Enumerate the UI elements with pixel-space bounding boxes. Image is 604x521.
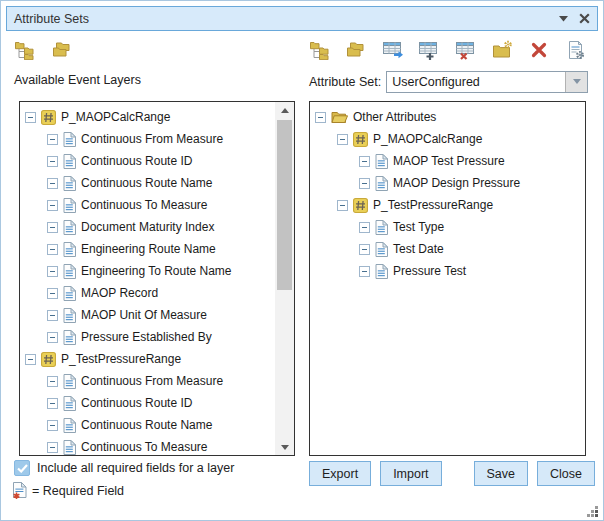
resize-grip[interactable] (587, 504, 599, 516)
tree-item[interactable]: Continuous Route ID (20, 392, 274, 414)
field-icon (375, 264, 388, 279)
tree-item[interactable]: Test Type (310, 216, 585, 238)
tree-item-label: Engineering To Route Name (81, 264, 232, 278)
collapse-toggle-icon[interactable] (47, 420, 58, 431)
left-panel-scrollbar[interactable] (275, 102, 294, 455)
tree-item[interactable]: Continuous From Measure (20, 128, 274, 150)
delete-attribute-set-button[interactable] (454, 38, 478, 62)
tree-item[interactable]: Other Attributes (310, 106, 585, 128)
close-button[interactable]: Close (537, 461, 595, 486)
scroll-down-icon[interactable] (275, 439, 294, 455)
field-icon (375, 154, 388, 169)
collapse-toggle-icon[interactable] (47, 156, 58, 167)
tree-item-label: Continuous Route Name (81, 176, 212, 190)
field-icon (63, 286, 76, 301)
collapse-toggle-icon[interactable] (359, 222, 370, 233)
tree-item[interactable]: P_MAOPCalcRange (20, 106, 274, 128)
tree-item[interactable]: Document Maturity Index (20, 216, 274, 238)
tree-item-label: Continuous To Measure (81, 198, 208, 212)
field-icon (63, 198, 76, 213)
collapse-toggle-icon[interactable] (47, 332, 58, 343)
field-icon (63, 242, 76, 257)
collapse-toggle-icon[interactable] (359, 156, 370, 167)
tree-item[interactable]: MAOP Unit Of Measure (20, 304, 274, 326)
tree-item[interactable]: P_MAOPCalcRange (310, 128, 585, 150)
expand-all-button[interactable] (13, 38, 37, 62)
include-required-fields-row[interactable]: Include all required fields for a layer (14, 460, 234, 476)
collapse-all-button[interactable] (51, 38, 75, 62)
collapse-toggle-icon[interactable] (47, 222, 58, 233)
collapse-all-button[interactable] (345, 38, 369, 62)
expand-all-button[interactable] (308, 38, 332, 62)
scrollbar-thumb[interactable] (277, 120, 292, 290)
tree-item-label: Other Attributes (353, 110, 436, 124)
collapse-toggle-icon[interactable] (47, 244, 58, 255)
tree-layers-icon (14, 40, 36, 60)
tree-item[interactable]: MAOP Design Pressure (310, 172, 585, 194)
tree-item[interactable]: P_TestPressureRange (20, 348, 274, 370)
properties-button[interactable] (564, 38, 588, 62)
tree-item-label: P_TestPressureRange (61, 352, 181, 366)
tree-item-label: Continuous Route ID (81, 154, 192, 168)
tree-item[interactable]: Engineering To Route Name (20, 260, 274, 282)
tree-item-label: Continuous To Measure (81, 440, 208, 454)
red-x-icon (530, 41, 548, 59)
tree-item[interactable]: MAOP Test Pressure (310, 150, 585, 172)
collapse-toggle-icon[interactable] (359, 244, 370, 255)
tree-item[interactable]: Pressure Established By (20, 326, 274, 348)
tree-item[interactable]: P_TestPressureRange (310, 194, 585, 216)
tree-item-label: P_MAOPCalcRange (61, 110, 170, 124)
new-attribute-set-button[interactable] (418, 38, 442, 62)
collapse-toggle-icon[interactable] (47, 376, 58, 387)
include-required-fields-checkbox[interactable] (14, 460, 30, 476)
collapse-toggle-icon[interactable] (47, 178, 58, 189)
required-field-legend-text: = Required Field (32, 484, 124, 498)
close-icon[interactable] (579, 13, 590, 24)
add-to-set-button[interactable] (381, 38, 405, 62)
titlebar[interactable]: Attribute Sets (6, 6, 598, 31)
import-button[interactable]: Import (380, 461, 441, 486)
tree-item[interactable]: Continuous To Measure (20, 436, 274, 456)
collapse-toggle-icon[interactable] (359, 266, 370, 277)
tree-item[interactable]: Pressure Test (310, 260, 585, 282)
tree-item[interactable]: Test Date (310, 238, 585, 260)
new-folder-button[interactable] (491, 38, 515, 62)
tree-item-label: Engineering Route Name (81, 242, 216, 256)
export-button[interactable]: Export (309, 461, 371, 486)
collapse-toggle-icon[interactable] (47, 442, 58, 453)
tree-item[interactable]: Continuous To Measure (20, 194, 274, 216)
tree-item[interactable]: Engineering Route Name (20, 238, 274, 260)
table-arrow-icon (382, 40, 405, 60)
field-icon (63, 418, 76, 433)
collapse-toggle-icon[interactable] (47, 310, 58, 321)
tree-item-label: Pressure Test (393, 264, 466, 278)
event-layer-icon (41, 352, 56, 367)
collapse-toggle-icon[interactable] (47, 200, 58, 211)
scroll-up-icon[interactable] (275, 102, 294, 118)
collapse-toggle-icon[interactable] (315, 112, 326, 123)
collapse-toggle-icon[interactable] (25, 112, 36, 123)
event-layer-icon (353, 198, 368, 213)
combobox-dropdown-icon[interactable] (565, 72, 587, 92)
field-icon (63, 264, 76, 279)
collapse-toggle-icon[interactable] (359, 178, 370, 189)
tree-item[interactable]: Continuous Route Name (20, 414, 274, 436)
dock-arrow-icon[interactable] (559, 16, 568, 22)
remove-button[interactable] (527, 38, 551, 62)
save-button[interactable]: Save (474, 461, 529, 486)
collapse-toggle-icon[interactable] (337, 200, 348, 211)
collapse-toggle-icon[interactable] (25, 354, 36, 365)
collapse-toggle-icon[interactable] (47, 398, 58, 409)
collapse-toggle-icon[interactable] (47, 266, 58, 277)
tree-item[interactable]: Continuous Route ID (20, 150, 274, 172)
tree-item[interactable]: Continuous From Measure (20, 370, 274, 392)
tree-item-label: Test Type (393, 220, 444, 234)
field-icon (63, 154, 76, 169)
collapse-toggle-icon[interactable] (47, 134, 58, 145)
collapse-toggle-icon[interactable] (47, 288, 58, 299)
tree-item-label: Continuous From Measure (81, 374, 223, 388)
tree-item[interactable]: Continuous Route Name (20, 172, 274, 194)
collapse-toggle-icon[interactable] (337, 134, 348, 145)
attribute-set-combobox[interactable]: UserConfigured (386, 71, 588, 93)
tree-item[interactable]: MAOP Record (20, 282, 274, 304)
